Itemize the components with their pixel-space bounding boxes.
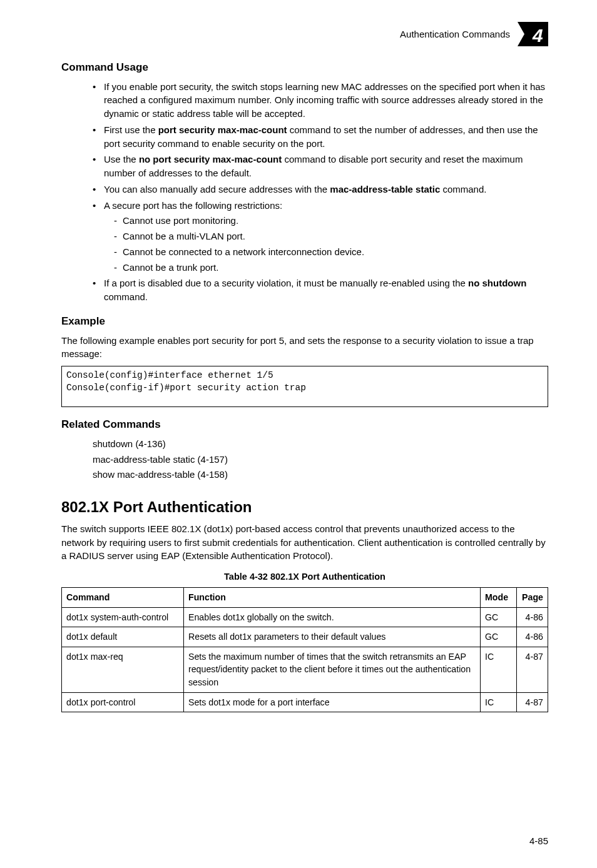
- td-page: 4-87: [517, 692, 548, 712]
- list-text: If a port is disabled due to a security …: [104, 278, 468, 288]
- related-line: show mac-address-table (4-158): [61, 468, 548, 482]
- list-text: First use the: [104, 124, 158, 135]
- td-function: Enables dot1x globally on the switch.: [184, 607, 481, 627]
- td-command: dot1x default: [62, 627, 184, 647]
- example-intro: The following example enables port secur…: [61, 334, 548, 361]
- list-item: A secure port has the following restrict…: [93, 199, 548, 275]
- table-row: dot1x system-auth-control Enables dot1x …: [62, 607, 548, 627]
- chapter-badge: 4: [518, 22, 548, 46]
- list-item: First use the port security max-mac-coun…: [93, 123, 548, 151]
- list-text: command.: [440, 184, 486, 194]
- related-line: mac-address-table static (4-157): [61, 453, 548, 467]
- auth-table: Command Function Mode Page dot1x system-…: [61, 587, 548, 712]
- td-mode: IC: [481, 692, 517, 712]
- td-page: 4-87: [517, 647, 548, 692]
- header-section-title: Authentication Commands: [400, 28, 510, 41]
- list-item: Use the no port security max-mac-count c…: [93, 153, 548, 180]
- cmd-bold: mac-address-table static: [330, 184, 440, 194]
- td-mode: GC: [481, 607, 517, 627]
- th-mode: Mode: [481, 588, 517, 608]
- list-text: You can also manually add secure address…: [104, 184, 330, 194]
- heading-command-usage: Command Usage: [61, 60, 548, 76]
- td-function: Resets all dot1x parameters to their def…: [184, 627, 481, 647]
- heading-related: Related Commands: [61, 417, 548, 433]
- cmd-bold: no shutdown: [468, 278, 526, 288]
- list-item: Cannot be a multi-VLAN port.: [114, 230, 548, 243]
- td-mode: GC: [481, 627, 517, 647]
- td-command: dot1x port-control: [62, 692, 184, 712]
- th-command: Command: [62, 588, 184, 608]
- list-text: command.: [104, 291, 148, 302]
- page-number: 4-85: [529, 834, 548, 848]
- table-row: dot1x port-control Sets dot1x mode for a…: [62, 692, 548, 712]
- td-function: Sets dot1x mode for a port interface: [184, 692, 481, 712]
- command-usage-list: If you enable port security, the switch …: [61, 80, 548, 304]
- cmd-bold: port security max-mac-count: [158, 124, 287, 135]
- list-item: Cannot use port monitoring.: [114, 214, 548, 228]
- heading-8021x: 802.1X Port Authentication: [61, 497, 548, 518]
- list-text: Cannot be a multi-VLAN port.: [123, 231, 245, 241]
- list-text: Use the: [104, 154, 139, 164]
- list-item: If a port is disabled due to a security …: [93, 276, 548, 304]
- list-text: Cannot be connected to a network interco…: [123, 246, 364, 257]
- list-text: Cannot use port monitoring.: [123, 215, 238, 226]
- td-command: dot1x system-auth-control: [62, 607, 184, 627]
- table-row: dot1x default Resets all dot1x parameter…: [62, 627, 548, 647]
- list-item: You can also manually add secure address…: [93, 183, 548, 196]
- td-command: dot1x max-req: [62, 647, 184, 692]
- page-header: Authentication Commands 4: [61, 22, 548, 46]
- section-intro: The switch supports IEEE 802.1X (dot1x) …: [61, 522, 548, 563]
- cmd-bold: no port security max-mac-count: [139, 154, 282, 164]
- heading-example: Example: [61, 314, 548, 330]
- list-item: Cannot be connected to a network interco…: [114, 245, 548, 259]
- th-function: Function: [184, 588, 481, 608]
- td-function: Sets the maximum number of times that th…: [184, 647, 481, 692]
- td-page: 4-86: [517, 607, 548, 627]
- list-item: If you enable port security, the switch …: [93, 80, 548, 121]
- list-text: A secure port has the following restrict…: [104, 200, 282, 211]
- sub-bullet-list: Cannot use port monitoring. Cannot be a …: [104, 214, 548, 274]
- chapter-badge-icon: 4: [518, 22, 548, 46]
- code-block: Console(config)#interface ethernet 1/5 C…: [61, 366, 548, 407]
- list-text: Cannot be a trunk port.: [123, 262, 218, 273]
- list-text: If you enable port security, the switch …: [104, 81, 545, 119]
- th-page: Page: [517, 588, 548, 608]
- table-header-row: Command Function Mode Page: [62, 588, 548, 608]
- chapter-number: 4: [532, 25, 543, 46]
- td-mode: IC: [481, 647, 517, 692]
- td-page: 4-86: [517, 627, 548, 647]
- table-caption: Table 4-32 802.1X Port Authentication: [61, 570, 548, 583]
- list-item: Cannot be a trunk port.: [114, 261, 548, 275]
- table-row: dot1x max-req Sets the maximum number of…: [62, 647, 548, 692]
- related-line: shutdown (4-136): [61, 437, 548, 451]
